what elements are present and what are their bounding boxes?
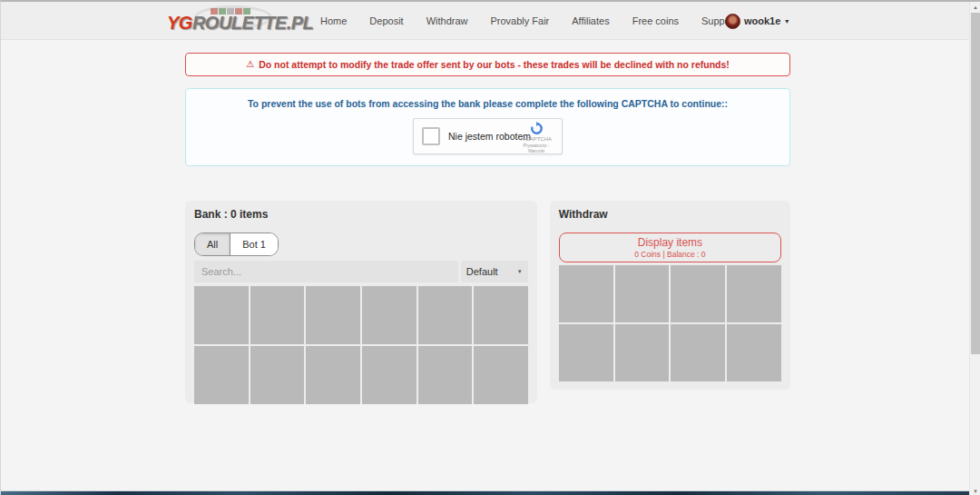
- item-slot: [559, 324, 613, 381]
- item-slot: [362, 286, 416, 344]
- user-avatar: [725, 14, 740, 29]
- main-nav: Home Deposit Withdraw Provably Fair Affi…: [320, 2, 737, 40]
- warning-triangle-icon: ⚠: [246, 60, 254, 69]
- sort-selected-value: Default: [466, 266, 498, 277]
- display-items-button[interactable]: Display items 0 Coins | Balance : 0: [559, 233, 781, 262]
- item-slot: [250, 286, 305, 344]
- site-logo[interactable]: YGROULETTE.PL: [167, 7, 299, 36]
- withdraw-panel: Withdraw Display items 0 Coins | Balance…: [550, 201, 790, 390]
- item-slot: [727, 265, 781, 322]
- recaptcha-checkbox[interactable]: [422, 127, 440, 145]
- scroll-down-arrow[interactable]: ▼: [970, 487, 980, 495]
- withdraw-title: Withdraw: [559, 208, 781, 221]
- item-slot: [306, 286, 360, 344]
- withdraw-item-grid: [559, 265, 781, 381]
- item-slot: [194, 286, 249, 344]
- trade-warning-banner: ⚠ Do not attempt to modify the trade off…: [185, 53, 790, 76]
- item-slot: [671, 265, 725, 322]
- item-slot: [194, 346, 249, 404]
- chevron-down-icon: ▼: [517, 269, 523, 274]
- item-slot: [615, 324, 670, 381]
- inventory-panels: Bank : 0 items All Bot 1 Default ▼ Withd…: [185, 201, 790, 403]
- tab-bot-1[interactable]: Bot 1: [230, 233, 278, 255]
- search-input[interactable]: [194, 261, 458, 282]
- bank-item-grid: [194, 286, 528, 404]
- nav-item-deposit[interactable]: Deposit: [369, 15, 403, 26]
- logo-part-roulette: ROULETTE.PL: [192, 13, 313, 33]
- recaptcha-privacy-terms-link[interactable]: Prywatność - Warunki: [516, 143, 556, 153]
- recaptcha-logo-icon: [530, 122, 544, 135]
- recaptcha-widget: Nie jestem robotem reCAPTCHA Prywatność …: [413, 118, 563, 154]
- bank-bot-tabs: All Bot 1: [194, 233, 279, 256]
- nav-item-free-coins[interactable]: Free coins: [632, 15, 679, 26]
- display-items-label: Display items: [638, 236, 702, 249]
- item-slot: [474, 286, 528, 344]
- site-logo-text: YGROULETTE.PL: [167, 13, 313, 34]
- tab-all[interactable]: All: [195, 233, 230, 255]
- nav-item-affiliates[interactable]: Affiliates: [572, 15, 609, 26]
- captcha-panel: To prevent the use of bots from accessin…: [185, 88, 790, 166]
- item-slot: [418, 286, 473, 344]
- user-dropdown-caret-icon: ▾: [785, 17, 789, 25]
- item-slot: [306, 346, 360, 404]
- coins-balance-label: 0 Coins | Balance : 0: [634, 250, 705, 259]
- bank-panel: Bank : 0 items All Bot 1 Default ▼: [185, 201, 537, 403]
- logo-part-yg: YG: [167, 13, 192, 33]
- item-slot: [727, 324, 781, 381]
- item-slot: [559, 265, 613, 322]
- warning-text: Do not attempt to modify the trade offer…: [259, 59, 730, 70]
- item-slot: [418, 346, 473, 404]
- item-slot: [474, 346, 528, 404]
- scrollbar-thumb[interactable]: [971, 13, 980, 354]
- site-header: YGROULETTE.PL Home Deposit Withdraw Prov…: [1, 2, 969, 40]
- user-menu[interactable]: wook1e ▾: [725, 2, 789, 40]
- recaptcha-brand-text: reCAPTCHA: [516, 136, 556, 142]
- captcha-prompt-text: To prevent the use of bots from accessin…: [186, 98, 789, 109]
- username-label: wook1e: [744, 15, 780, 26]
- sort-dropdown[interactable]: Default ▼: [461, 261, 528, 282]
- item-slot: [671, 324, 725, 381]
- bank-filter-row: Default ▼: [194, 261, 528, 282]
- page-bottom-edge: [1, 490, 969, 495]
- browser-viewport: YGROULETTE.PL Home Deposit Withdraw Prov…: [0, 0, 980, 495]
- item-slot: [250, 346, 305, 404]
- bank-title: Bank : 0 items: [194, 208, 528, 221]
- item-slot: [362, 346, 416, 404]
- page-content: ⚠ Do not attempt to modify the trade off…: [185, 41, 790, 403]
- recaptcha-branding: reCAPTCHA Prywatność - Warunki: [516, 122, 556, 153]
- nav-item-home[interactable]: Home: [320, 15, 347, 26]
- nav-item-provably-fair[interactable]: Provably Fair: [490, 15, 549, 26]
- nav-item-withdraw[interactable]: Withdraw: [426, 15, 468, 26]
- scroll-up-arrow[interactable]: ▲: [970, 3, 980, 12]
- item-slot: [615, 265, 670, 322]
- page-scrollbar[interactable]: ▲ ▼: [969, 2, 980, 495]
